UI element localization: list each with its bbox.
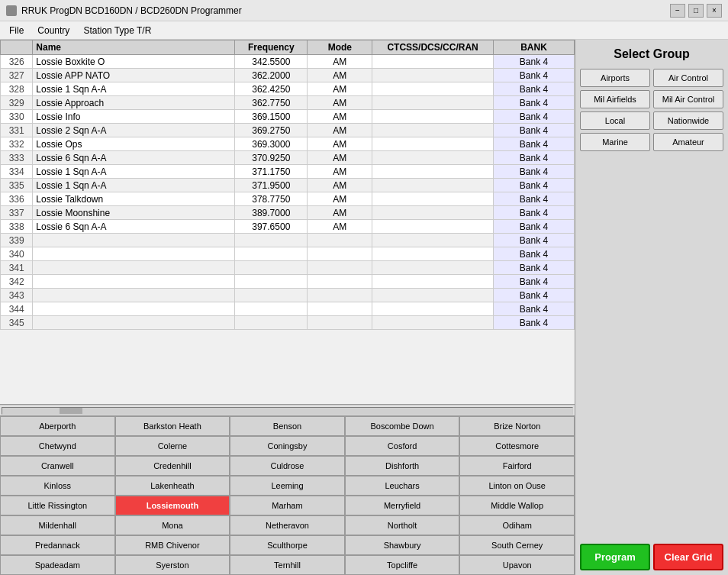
airfield-button[interactable]: Coningsby <box>230 436 345 456</box>
table-cell: Lossie 2 Sqn A-A <box>33 124 235 137</box>
table-row[interactable]: 329Lossie Approach362.7750AMBank 4 <box>1 96 575 110</box>
table-row[interactable]: 335Lossie 1 Sqn A-A371.9500AMBank 4 <box>1 179 575 192</box>
menu-station-type[interactable]: Station Type T/R <box>77 24 157 37</box>
left-panel: Name Frequency Mode CTCSS/DCS/CC/RAN BAN… <box>0 40 575 575</box>
airfield-button[interactable]: Marham <box>230 496 345 515</box>
table-row[interactable]: 330Lossie Info369.1500AMBank 4 <box>1 110 575 124</box>
airfield-button[interactable]: Predannack <box>0 535 115 555</box>
table-cell <box>372 316 494 330</box>
airfield-button[interactable]: Cranwell <box>0 456 115 476</box>
airfield-button[interactable]: Mildenhall <box>0 515 115 535</box>
table-row[interactable]: 326Lossie Boxkite O342.5500AMBank 4 <box>1 55 575 69</box>
airfield-button[interactable]: Credenhill <box>115 456 230 476</box>
airfield-button[interactable]: Merryfield <box>345 496 460 515</box>
airfield-button[interactable]: Upavon <box>459 555 575 575</box>
group-button-nationwide[interactable]: Nationwide <box>653 111 723 130</box>
airfield-button[interactable]: Boscombe Down <box>345 416 460 436</box>
airfield-button[interactable]: RMB Chivenor <box>115 535 230 555</box>
airfield-button[interactable]: Lossiemouth <box>115 496 230 515</box>
table-cell: 369.3000 <box>235 137 308 151</box>
minimize-button[interactable]: − <box>670 4 685 18</box>
table-row[interactable]: 341Bank 4 <box>1 261 575 275</box>
table-row[interactable]: 343Bank 4 <box>1 289 575 302</box>
airfield-button[interactable]: Middle Wallop <box>459 496 575 515</box>
table-cell: Bank 4 <box>494 55 575 69</box>
airfield-button[interactable]: Odiham <box>459 515 575 535</box>
table-row[interactable]: 344Bank 4 <box>1 302 575 316</box>
group-button-air-control[interactable]: Air Control <box>653 69 723 87</box>
table-row[interactable]: 340Bank 4 <box>1 247 575 261</box>
airfield-button[interactable]: Linton on Ouse <box>459 476 575 496</box>
group-button-amateur[interactable]: Amateur <box>653 133 723 151</box>
table-cell <box>308 261 372 275</box>
clear-grid-button[interactable]: Clear Grid <box>653 544 723 570</box>
airfield-button[interactable]: Culdrose <box>230 456 345 476</box>
table-row[interactable]: 337Lossie Moonshine389.7000AMBank 4 <box>1 206 575 220</box>
table-row[interactable]: 339Bank 4 <box>1 234 575 247</box>
table-row[interactable]: 345Bank 4 <box>1 316 575 330</box>
airfield-button[interactable]: Barkston Heath <box>115 416 230 436</box>
table-cell: Bank 4 <box>494 151 575 165</box>
airfield-button[interactable]: Little Rissington <box>0 496 115 515</box>
table-row[interactable]: 327Lossie APP NATO362.2000AMBank 4 <box>1 69 575 82</box>
group-button-mil-air-control[interactable]: Mil Air Control <box>653 90 723 108</box>
table-cell: Bank 4 <box>494 137 575 151</box>
table-cell: Bank 4 <box>494 206 575 220</box>
table-cell: Bank 4 <box>494 261 575 275</box>
table-row[interactable]: 334Lossie 1 Sqn A-A371.1750AMBank 4 <box>1 165 575 179</box>
airfield-button[interactable]: Kinloss <box>0 476 115 496</box>
airfield-button[interactable]: Chetwynd <box>0 436 115 456</box>
airfield-button[interactable]: South Cerney <box>459 535 575 555</box>
airfield-button[interactable]: Benson <box>230 416 345 436</box>
airfield-button[interactable]: Lakenheath <box>115 476 230 496</box>
table-row[interactable]: 336Lossie Talkdown378.7750AMBank 4 <box>1 192 575 206</box>
table-cell <box>372 82 494 96</box>
table-row[interactable]: 331Lossie 2 Sqn A-A369.2750AMBank 4 <box>1 124 575 137</box>
group-button-mil-airfields[interactable]: Mil Airfields <box>580 90 650 108</box>
airfield-button[interactable]: Netheravon <box>230 515 345 535</box>
table-row[interactable]: 333Lossie 6 Sqn A-A370.9250AMBank 4 <box>1 151 575 165</box>
data-table: Name Frequency Mode CTCSS/DCS/CC/RAN BAN… <box>0 40 575 330</box>
airfield-button[interactable]: Shawbury <box>345 535 460 555</box>
airfield-button[interactable]: Spadeadam <box>0 555 115 575</box>
table-row[interactable]: 332Lossie Ops369.3000AMBank 4 <box>1 137 575 151</box>
table-cell <box>33 261 235 275</box>
menu-bar: File Country Station Type T/R <box>0 21 728 40</box>
table-cell: AM <box>308 137 372 151</box>
airfield-button[interactable]: Topcliffe <box>345 555 460 575</box>
table-cell <box>235 316 308 330</box>
menu-file[interactable]: File <box>3 24 30 37</box>
airfield-button[interactable]: Cosford <box>345 436 460 456</box>
airfield-button[interactable]: Ternhill <box>230 555 345 575</box>
table-cell <box>372 275 494 289</box>
table-cell <box>33 316 235 330</box>
program-button[interactable]: Program <box>580 544 650 570</box>
airfield-button[interactable]: Aberporth <box>0 416 115 436</box>
table-cell: Bank 4 <box>494 302 575 316</box>
menu-country[interactable]: Country <box>31 24 76 37</box>
airfield-button[interactable]: Colerne <box>115 436 230 456</box>
table-row[interactable]: 328Lossie 1 Sqn A-A362.4250AMBank 4 <box>1 82 575 96</box>
table-wrapper[interactable]: Name Frequency Mode CTCSS/DCS/CC/RAN BAN… <box>0 40 575 405</box>
airfield-button[interactable]: Brize Norton <box>459 416 575 436</box>
airfield-button[interactable]: Mona <box>115 515 230 535</box>
group-button-marine[interactable]: Marine <box>580 133 650 151</box>
table-row[interactable]: 338Lossie 6 Sqn A-A397.6500AMBank 4 <box>1 220 575 234</box>
table-cell <box>372 247 494 261</box>
maximize-button[interactable]: □ <box>688 4 704 18</box>
airfield-button[interactable]: Dishforth <box>345 456 460 476</box>
airfield-button[interactable]: Sculthorpe <box>230 535 345 555</box>
group-button-local[interactable]: Local <box>580 111 650 130</box>
horizontal-scrollbar[interactable] <box>0 405 575 415</box>
airfield-button[interactable]: Fairford <box>459 456 575 476</box>
col-header-num <box>1 40 33 55</box>
airfield-button[interactable]: Leuchars <box>345 476 460 496</box>
close-button[interactable]: × <box>707 4 722 18</box>
table-row[interactable]: 342Bank 4 <box>1 275 575 289</box>
airfield-button[interactable]: Northolt <box>345 515 460 535</box>
airfield-button[interactable]: Leeming <box>230 476 345 496</box>
group-button-airports[interactable]: Airports <box>580 69 650 87</box>
airfield-button[interactable]: Syerston <box>115 555 230 575</box>
airfield-button[interactable]: Cottesmore <box>459 436 575 456</box>
select-group-title: Select Group <box>580 47 723 61</box>
